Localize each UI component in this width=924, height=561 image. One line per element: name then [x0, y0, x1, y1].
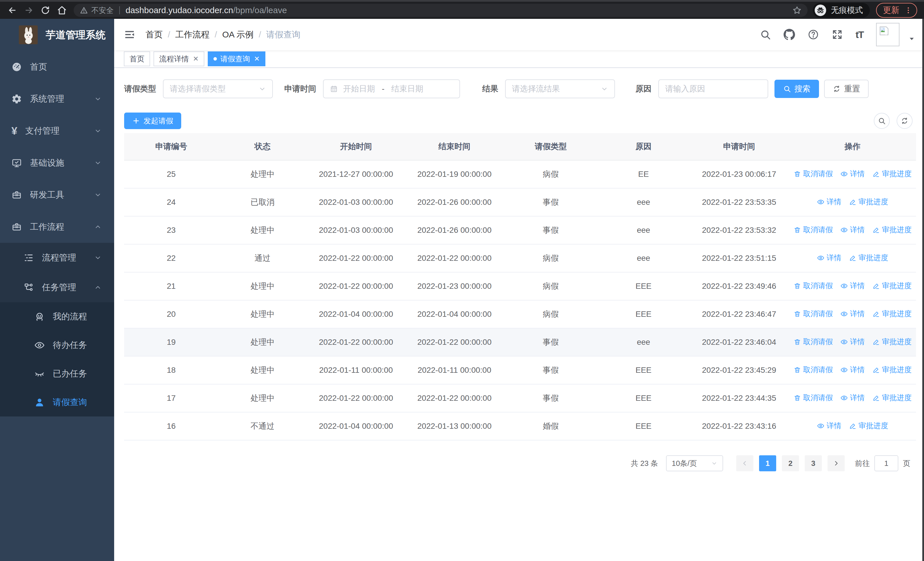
breadcrumb-item[interactable]: 工作流程: [175, 29, 210, 41]
pen-icon: [872, 282, 880, 290]
refresh-table-button[interactable]: [897, 113, 913, 129]
sidebar-item-任务管理[interactable]: 任务管理: [0, 272, 114, 302]
reason-input[interactable]: 请输入原因: [658, 80, 768, 98]
fullscreen-icon[interactable]: [831, 29, 843, 40]
cancel-action-link[interactable]: 取消请假: [794, 365, 833, 375]
page-button-3[interactable]: 3: [805, 455, 822, 471]
progress-action-link[interactable]: 审批进度: [849, 197, 888, 207]
github-icon[interactable]: [784, 29, 795, 40]
sidebar-fold-icon[interactable]: [124, 29, 135, 40]
page-size-select[interactable]: 10条/页: [666, 455, 723, 471]
monitor-icon: [11, 158, 22, 168]
cell-apply-time: 2022-01-22 23:44:35: [689, 384, 789, 412]
page-button-1[interactable]: 1: [759, 455, 776, 471]
action-label: 审批进度: [882, 309, 912, 319]
cancel-action-link[interactable]: 取消请假: [794, 393, 833, 403]
action-label: 审批进度: [882, 281, 912, 291]
progress-action-link[interactable]: 审批进度: [872, 365, 912, 375]
sidebar-logo[interactable]: 芋道管理系统: [0, 19, 114, 51]
cell-start-time: 2022-01-03 00:00:00: [307, 188, 405, 216]
breadcrumb-item[interactable]: OA 示例: [222, 29, 254, 41]
result-select[interactable]: 请选择流结果: [505, 80, 615, 98]
sidebar: 芋道管理系统 首页系统管理¥支付管理基础设施研发工具工作流程流程管理任务管理我的…: [0, 19, 114, 561]
sidebar-item-我的流程[interactable]: 我的流程: [0, 302, 114, 331]
gear-icon: [11, 94, 22, 104]
apply-time-range-picker[interactable]: 开始日期 - 结束日期: [323, 80, 460, 98]
chevron-down-icon: [94, 127, 102, 135]
cell-reason: eee: [598, 216, 689, 244]
close-icon[interactable]: ✕: [193, 55, 199, 63]
breadcrumb-item[interactable]: 首页: [146, 29, 163, 41]
detail-action-link[interactable]: 详情: [840, 169, 865, 179]
create-leave-button[interactable]: 发起请假: [124, 113, 181, 129]
detail-action-link[interactable]: 详情: [817, 253, 842, 263]
sidebar-item-基础设施[interactable]: 基础设施: [0, 147, 114, 179]
detail-action-link[interactable]: 详情: [840, 393, 865, 403]
detail-action-link[interactable]: 详情: [840, 337, 865, 347]
pen-icon: [872, 310, 880, 317]
progress-action-link[interactable]: 审批进度: [872, 393, 912, 403]
help-icon[interactable]: [808, 29, 819, 40]
goto-page-input[interactable]: 1: [874, 455, 898, 471]
sidebar-item-流程管理[interactable]: 流程管理: [0, 243, 114, 272]
action-label: 取消请假: [803, 393, 833, 403]
toggle-search-button[interactable]: [874, 113, 890, 129]
window-scrollbar[interactable]: [922, 19, 924, 561]
search-icon: [783, 85, 791, 93]
cancel-action-link[interactable]: 取消请假: [794, 281, 833, 291]
progress-action-link[interactable]: 审批进度: [872, 309, 912, 319]
progress-action-link[interactable]: 审批进度: [872, 281, 912, 291]
sidebar-item-请假查询[interactable]: 请假查询: [0, 388, 114, 417]
browser-reload-button[interactable]: [37, 3, 54, 18]
detail-action-link[interactable]: 详情: [840, 225, 865, 235]
browser-forward-button[interactable]: [21, 3, 37, 18]
user-avatar[interactable]: [876, 23, 900, 46]
progress-action-link[interactable]: 审批进度: [872, 169, 912, 179]
header-search-icon[interactable]: [760, 29, 771, 40]
leave-type-select[interactable]: 请选择请假类型: [163, 80, 273, 98]
kebab-menu-icon[interactable]: [904, 6, 913, 15]
detail-action-link[interactable]: 详情: [840, 281, 865, 291]
cell-apply-id: 23: [124, 216, 218, 244]
cancel-action-link[interactable]: 取消请假: [794, 309, 833, 319]
browser-update-button[interactable]: 更新: [876, 3, 917, 18]
tab-首页[interactable]: 首页: [124, 51, 150, 66]
cancel-action-link[interactable]: 取消请假: [794, 169, 833, 179]
progress-action-link[interactable]: 审批进度: [849, 421, 888, 431]
cancel-action-link[interactable]: 取消请假: [794, 337, 833, 347]
progress-action-link[interactable]: 审批进度: [849, 253, 888, 263]
progress-action-link[interactable]: 审批进度: [872, 337, 912, 347]
reset-button[interactable]: 重置: [824, 80, 868, 98]
sidebar-item-系统管理[interactable]: 系统管理: [0, 83, 114, 115]
page-button-2[interactable]: 2: [782, 455, 799, 471]
sidebar-item-研发工具[interactable]: 研发工具: [0, 179, 114, 211]
pen-icon: [872, 394, 880, 402]
search-button[interactable]: 搜索: [774, 80, 819, 98]
sidebar-item-首页[interactable]: 首页: [0, 51, 114, 83]
cancel-action-link[interactable]: 取消请假: [794, 225, 833, 235]
sidebar-item-支付管理[interactable]: ¥支付管理: [0, 115, 114, 147]
detail-action-link[interactable]: 详情: [817, 197, 842, 207]
action-label: 详情: [850, 393, 865, 403]
font-size-icon[interactable]: tT: [855, 29, 864, 40]
bookmark-star-icon[interactable]: [792, 5, 802, 15]
progress-action-link[interactable]: 审批进度: [872, 225, 912, 235]
address-bar[interactable]: 不安全 dashboard.yudao.iocoder.cn/bpm/oa/le…: [74, 4, 808, 17]
detail-action-link[interactable]: 详情: [840, 365, 865, 375]
close-icon[interactable]: ✕: [254, 55, 260, 63]
browser-home-button[interactable]: [54, 3, 70, 18]
sidebar-item-已办任务[interactable]: 已办任务: [0, 359, 114, 388]
avatar-caret-down-icon[interactable]: [908, 35, 915, 42]
detail-action-link[interactable]: 详情: [840, 309, 865, 319]
chevron-down-icon: [258, 85, 266, 93]
tab-请假查询[interactable]: 请假查询✕: [208, 51, 266, 66]
browser-back-button[interactable]: [4, 3, 21, 18]
prev-page-button[interactable]: [736, 455, 753, 471]
tab-流程详情[interactable]: 流程详情✕: [153, 51, 204, 66]
security-chip[interactable]: 不安全: [80, 5, 114, 15]
sidebar-item-待办任务[interactable]: 待办任务: [0, 331, 114, 359]
next-page-button[interactable]: [828, 455, 844, 471]
sidebar-item-工作流程[interactable]: 工作流程: [0, 211, 114, 243]
cell-apply-time: 2022-01-22 23:49:46: [689, 272, 789, 300]
detail-action-link[interactable]: 详情: [817, 421, 842, 431]
